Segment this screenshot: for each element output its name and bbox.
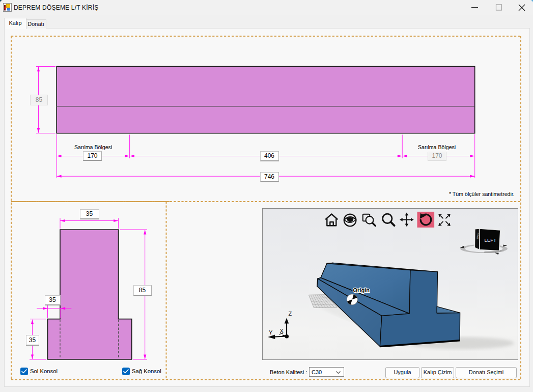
svg-text:X: X — [280, 328, 284, 334]
svg-text:Z: Z — [289, 311, 292, 317]
svg-text:Origin: Origin — [353, 287, 370, 293]
svg-text:Y: Y — [269, 329, 273, 335]
svg-text:LEFT: LEFT — [485, 238, 497, 243]
